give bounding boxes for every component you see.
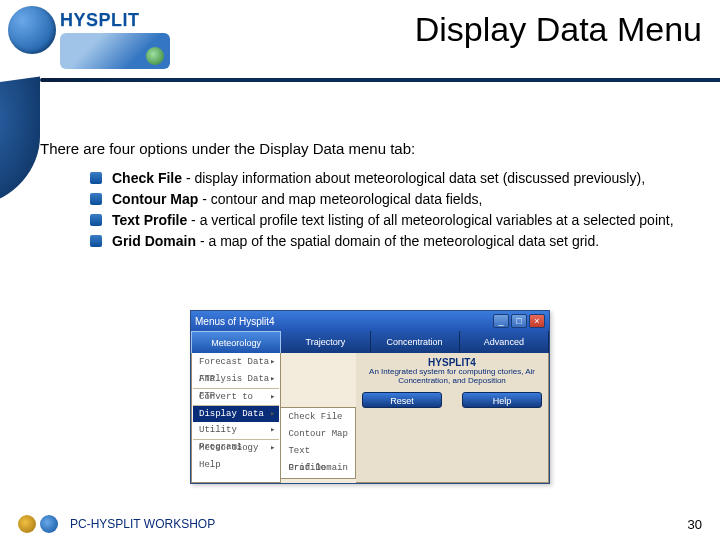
side-item-convert[interactable]: Convert to ARL	[193, 388, 279, 405]
panel-subtitle: An Integrated system for computing ctori…	[362, 368, 542, 386]
help-button[interactable]: Help	[462, 392, 542, 408]
page-number: 30	[688, 517, 702, 532]
side-item-display-data[interactable]: Display Data	[193, 405, 279, 422]
slide-footer: PC-HYSPLIT WORKSHOP	[0, 508, 720, 540]
slide-header: HYSPLIT Display Data Menu	[0, 0, 720, 90]
option-term: Check File	[112, 170, 182, 186]
slide-title: Display Data Menu	[415, 10, 702, 49]
ribbon-graphic	[0, 76, 40, 207]
product-name: HYSPLIT	[60, 10, 200, 31]
option-desc: - display information about meteorologic…	[182, 170, 645, 186]
intro-text: There are four options under the Display…	[40, 140, 690, 157]
side-menu: Forecast Data FTP Analysis Data FTP Conv…	[191, 353, 281, 483]
maximize-button[interactable]: □	[511, 314, 527, 328]
sub-item-grid-domain[interactable]: Grid Domain	[282, 460, 354, 477]
option-term: Grid Domain	[112, 233, 196, 249]
footer-seal-icon	[18, 515, 36, 533]
minimize-button[interactable]: _	[493, 314, 509, 328]
option-desc: - a vertical profile text listing of all…	[187, 212, 673, 228]
side-item-analysis[interactable]: Analysis Data FTP	[193, 371, 279, 388]
close-button[interactable]: ×	[529, 314, 545, 328]
slide-content: There are four options under the Display…	[40, 140, 690, 253]
tab-concentration[interactable]: Concentration	[371, 331, 460, 353]
noaa-globe-icon	[8, 6, 56, 54]
footer-text: PC-HYSPLIT WORKSHOP	[70, 517, 215, 531]
sub-item-text-profile[interactable]: Text Profile	[282, 443, 354, 460]
main-panel: HYSPLIT4 An Integrated system for comput…	[356, 353, 549, 483]
side-item-utility[interactable]: Utility Programs	[193, 422, 279, 439]
list-item: Check File - display information about m…	[90, 169, 690, 188]
option-term: Text Profile	[112, 212, 187, 228]
logo-map-icon	[60, 33, 170, 69]
embedded-app-window: Menus of Hysplit4 _ □ × Meteorology Traj…	[190, 310, 550, 484]
window-title: Menus of Hysplit4	[195, 316, 491, 327]
side-item-met-help[interactable]: Meteorology Help	[193, 439, 279, 456]
reset-button[interactable]: Reset	[362, 392, 442, 408]
option-desc: - a map of the spatial domain of the met…	[196, 233, 599, 249]
window-titlebar[interactable]: Menus of Hysplit4 _ □ ×	[191, 311, 549, 331]
option-desc: - contour and map meteorological data fi…	[198, 191, 482, 207]
list-item: Grid Domain - a map of the spatial domai…	[90, 232, 690, 251]
product-logo: HYSPLIT	[60, 10, 200, 69]
dropdown-area: Forecast Data FTP Analysis Data FTP Conv…	[191, 353, 549, 483]
title-underline	[40, 78, 720, 82]
tab-advanced[interactable]: Advanced	[460, 331, 549, 353]
footer-noaa-icon	[40, 515, 58, 533]
sub-item-contour-map[interactable]: Contour Map	[282, 426, 354, 443]
list-item: Contour Map - contour and map meteorolog…	[90, 190, 690, 209]
sub-item-check-file[interactable]: Check File	[282, 409, 354, 426]
sub-menu: Check File Contour Map Text Profile Grid…	[280, 407, 356, 479]
button-row: Reset Help	[362, 392, 542, 408]
option-term: Contour Map	[112, 191, 198, 207]
side-item-forecast[interactable]: Forecast Data FTP	[193, 354, 279, 371]
list-item: Text Profile - a vertical profile text l…	[90, 211, 690, 230]
options-list: Check File - display information about m…	[90, 169, 690, 251]
tab-trajectory[interactable]: Trajectory	[281, 331, 370, 353]
menubar: Meteorology Trajectory Concentration Adv…	[191, 331, 549, 353]
tab-meteorology[interactable]: Meteorology	[191, 331, 281, 353]
